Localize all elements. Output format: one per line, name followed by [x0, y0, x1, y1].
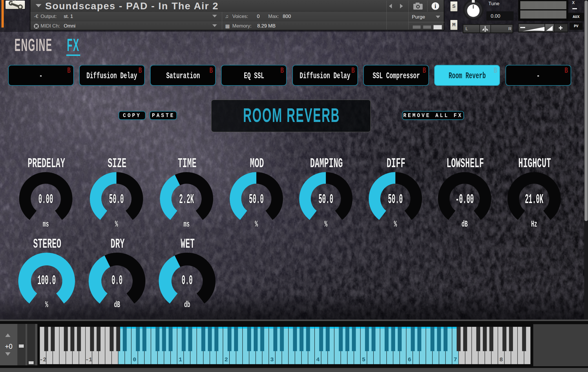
svg-text:0: 0 — [133, 356, 136, 363]
svg-text:5: 5 — [362, 356, 366, 363]
svg-text:7: 7 — [454, 356, 457, 363]
svg-text:3: 3 — [270, 356, 274, 363]
svg-text:4: 4 — [316, 356, 319, 363]
svg-text:-1: -1 — [85, 356, 92, 363]
svg-text:1: 1 — [179, 356, 182, 363]
svg-text:8: 8 — [499, 356, 503, 363]
svg-text:6: 6 — [408, 356, 411, 363]
svg-text:2: 2 — [224, 356, 228, 363]
svg-text:-2: -2 — [39, 356, 46, 363]
